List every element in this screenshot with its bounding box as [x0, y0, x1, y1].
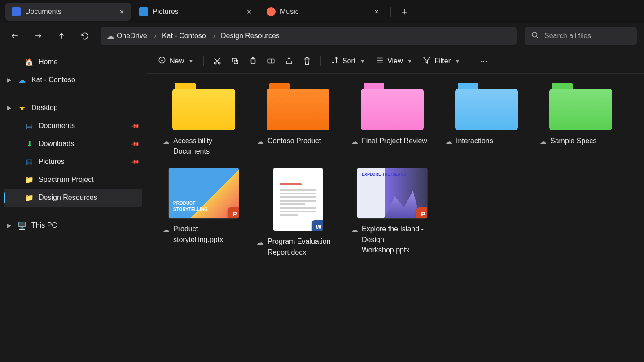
- tab-music[interactable]: Music ×: [260, 3, 386, 21]
- view-button[interactable]: View ▼: [371, 53, 416, 69]
- delete-button[interactable]: [299, 53, 315, 69]
- folder-icon: 📁: [24, 176, 34, 184]
- tab-label: Pictures: [153, 8, 240, 16]
- pictures-icon: [139, 7, 148, 16]
- sidebar-item-label: Spectrum Project: [39, 176, 94, 184]
- forward-button[interactable]: [31, 28, 46, 44]
- item-label: Contoso Product: [267, 136, 321, 146]
- search-input[interactable]: [544, 32, 634, 40]
- svg-point-2: [214, 62, 216, 64]
- file-item[interactable]: PRODUCT STORYTELLING P ☁Product storytel…: [159, 168, 249, 257]
- sidebar-item-this-pc[interactable]: ▶ 🖥️ This PC: [4, 216, 142, 234]
- view-icon: [376, 56, 384, 66]
- refresh-button[interactable]: [77, 28, 92, 44]
- cloud-icon: ☁: [107, 32, 114, 40]
- breadcrumb-leaf[interactable]: Design Resources: [221, 32, 280, 40]
- sidebar-item-label: Desktop: [31, 104, 58, 112]
- tab-label: Documents: [25, 8, 112, 16]
- cloud-icon: ☁: [162, 225, 170, 235]
- more-button[interactable]: ⋯: [476, 53, 492, 69]
- address-bar[interactable]: ☁ OneDrive › Kat - Contoso › Design Reso…: [101, 27, 517, 45]
- item-label: Sample Specs: [550, 136, 596, 146]
- sidebar-item-account[interactable]: ▶ ☁ Kat - Contoso: [4, 71, 142, 89]
- tab-documents[interactable]: Documents ×: [5, 3, 131, 21]
- separator: [320, 56, 321, 66]
- item-label: Final Project Review: [362, 136, 427, 146]
- new-tab-button[interactable]: ＋: [395, 3, 413, 21]
- up-button[interactable]: [54, 28, 69, 44]
- plus-circle-icon: [158, 56, 166, 66]
- close-icon[interactable]: ×: [117, 7, 127, 17]
- cloud-icon: ☁: [257, 137, 264, 147]
- thumb-text: EXPLORE THE ISLAND: [362, 172, 407, 177]
- folder-item[interactable]: ☁Final Project Review: [347, 83, 437, 156]
- sidebar-item-label: Pictures: [39, 158, 65, 166]
- pin-icon[interactable]: 📌: [130, 121, 140, 131]
- sidebar-item-spectrum[interactable]: 📁 Spectrum Project: [4, 171, 142, 189]
- file-item[interactable]: W ☁Program Evaluation Report.docx: [253, 168, 343, 257]
- button-label: View: [387, 57, 403, 65]
- breadcrumb-label: OneDrive: [117, 32, 147, 40]
- folder-icon: 📁: [24, 194, 34, 202]
- item-label: Interactions: [456, 136, 493, 146]
- cut-button[interactable]: [209, 53, 225, 69]
- chevron-down-icon: ▼: [360, 58, 365, 64]
- pin-icon[interactable]: 📌: [130, 139, 140, 149]
- chevron-down-icon: ▼: [407, 58, 412, 64]
- separator: [470, 56, 470, 66]
- sidebar-item-design-resources[interactable]: 📁 Design Resources: [4, 189, 142, 207]
- documents-icon: ▤: [24, 122, 34, 130]
- chevron-right-icon[interactable]: ▶: [7, 105, 11, 111]
- sidebar-item-label: Design Resources: [39, 194, 97, 202]
- new-button[interactable]: New ▼: [153, 53, 198, 69]
- sidebar-item-documents[interactable]: ▤ Documents 📌: [4, 117, 142, 135]
- folder-item[interactable]: ☁Interactions: [442, 83, 531, 156]
- pin-icon[interactable]: 📌: [130, 157, 140, 167]
- powerpoint-icon: P: [228, 207, 239, 218]
- breadcrumb-mid[interactable]: Kat - Contoso ›: [162, 32, 218, 40]
- tab-pictures[interactable]: Pictures ×: [133, 3, 258, 21]
- copy-button[interactable]: [227, 53, 243, 69]
- sidebar-item-label: Kat - Contoso: [31, 76, 75, 84]
- chevron-right-icon[interactable]: ▶: [7, 77, 11, 83]
- folder-item[interactable]: ☁Accessibility Documents: [159, 83, 249, 156]
- home-icon: 🏠: [24, 58, 34, 66]
- word-icon: W: [312, 220, 323, 231]
- filter-button[interactable]: Filter ▼: [418, 53, 464, 69]
- close-icon[interactable]: ×: [244, 7, 254, 17]
- separator: [203, 56, 204, 66]
- cloud-icon: ☁: [351, 225, 358, 235]
- close-icon[interactable]: ×: [372, 7, 381, 17]
- search-box[interactable]: [525, 27, 637, 45]
- thumb-text: STORYTELLING: [173, 207, 208, 212]
- download-icon: ⬇: [24, 140, 34, 148]
- item-label: Accessibility Documents: [173, 136, 245, 156]
- folder-item[interactable]: ☁Contoso Product: [253, 83, 343, 156]
- folder-icon: [172, 83, 235, 130]
- search-icon: [531, 31, 539, 41]
- documents-icon: [12, 7, 21, 16]
- sort-icon: [331, 56, 339, 66]
- sidebar-item-desktop[interactable]: ▶ ★ Desktop: [4, 99, 142, 117]
- file-item[interactable]: EXPLORE THE ISLAND P ☁Explore the Island…: [347, 168, 437, 257]
- rename-button[interactable]: [263, 53, 279, 69]
- folder-item[interactable]: ☁Sample Specs: [536, 83, 626, 156]
- share-button[interactable]: [281, 53, 297, 69]
- chevron-right-icon[interactable]: ▶: [7, 222, 11, 229]
- button-label: Sort: [342, 57, 355, 65]
- sidebar-item-downloads[interactable]: ⬇ Downloads 📌: [4, 135, 142, 153]
- filter-icon: [423, 56, 431, 66]
- breadcrumb-root[interactable]: OneDrive ›: [117, 32, 159, 40]
- cloud-icon: ☁: [445, 137, 452, 147]
- sort-button[interactable]: Sort ▼: [326, 53, 369, 69]
- paste-button[interactable]: [245, 53, 261, 69]
- sidebar: 🏠 Home ▶ ☁ Kat - Contoso ▶ ★ Desktop ▤ D…: [0, 49, 146, 362]
- star-icon: ★: [17, 104, 27, 112]
- back-button[interactable]: [7, 28, 22, 44]
- chevron-right-icon: ›: [154, 32, 157, 40]
- sidebar-item-home[interactable]: 🏠 Home: [4, 53, 142, 71]
- sidebar-item-pictures[interactable]: ▦ Pictures 📌: [4, 153, 142, 171]
- navigation-bar: ☁ OneDrive › Kat - Contoso › Design Reso…: [0, 23, 644, 49]
- folder-icon: [361, 83, 424, 130]
- main-area: New ▼: [146, 49, 644, 362]
